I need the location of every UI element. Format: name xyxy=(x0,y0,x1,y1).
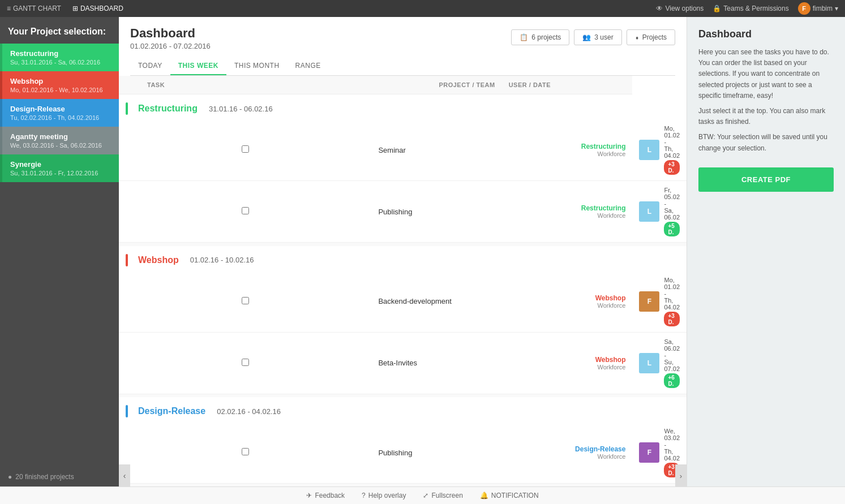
avatar: L xyxy=(639,353,659,373)
header-buttons: 📋 6 projects 👥 3 user ⬧ Projects xyxy=(511,29,675,45)
top-nav: ≡ GANTT CHART ⊞ DASHBOARD 👁 View options… xyxy=(0,0,845,17)
project-name: Design-Release xyxy=(509,445,626,453)
date-from: Sa, 06.02 - xyxy=(664,338,680,359)
right-panel: Dashboard Here you can see the tasks you… xyxy=(687,17,845,486)
tab-today[interactable]: TODAY xyxy=(130,57,170,75)
col-project: PROJECT / TEAM xyxy=(371,76,501,94)
date-from: Mo, 01.02 - xyxy=(664,125,680,145)
teams-permissions[interactable]: 🔒 Teams & Permissions xyxy=(713,5,788,12)
user-count-button[interactable]: 👥 3 user xyxy=(574,29,621,45)
page-date-range: 01.02.2016 - 07.02.2016 xyxy=(130,42,211,50)
user-date-content: L Fr, 05.02 - Sa, 06.02 +5 D. xyxy=(639,187,680,236)
right-panel-para-1: Here you can see the tasks you have to d… xyxy=(698,47,834,101)
task-checkbox-cell[interactable] xyxy=(119,181,371,243)
sidebar-item-design-release[interactable]: Design-Release Tu, 02.02.2016 - Th, 04.0… xyxy=(0,99,119,127)
projects-button[interactable]: ⬧ Projects xyxy=(627,29,675,45)
task-checkbox-cell[interactable] xyxy=(119,332,371,394)
right-panel-para-2: Just select it at the top. You can also … xyxy=(698,106,834,127)
create-pdf-button[interactable]: CREATE PDF xyxy=(698,167,834,192)
task-checkbox-cell[interactable] xyxy=(119,119,371,181)
fullscreen-icon: ⤢ xyxy=(423,492,428,499)
table-row: Publishing Design-Release Workforce F We… xyxy=(119,422,687,484)
sidebar-collapse-button[interactable]: ‹ xyxy=(119,464,130,486)
tab-this-week[interactable]: THIS WEEK xyxy=(170,57,226,75)
main-layout: Your Project selection: Restructuring Su… xyxy=(0,17,845,486)
date-badge: +5 D. xyxy=(664,222,680,236)
nav-dashboard[interactable]: ⊞ DASHBOARD xyxy=(72,5,123,12)
sidebar-item-date: Su, 31.01.2016 - Sa, 06.02.2016 xyxy=(10,59,111,66)
avatar-initial: F xyxy=(647,449,651,456)
task-checkbox-cell[interactable] xyxy=(119,271,371,333)
sidebar-item-agantty[interactable]: Agantty meeting We, 03.02.2016 - Sa, 06.… xyxy=(0,127,119,154)
task-name-cell: Publishing xyxy=(371,181,501,243)
date-block: Mo, 01.02 - Th, 04.02 +3 D. xyxy=(664,277,680,326)
date-from: Mo, 01.02 - xyxy=(664,277,680,297)
fullscreen-button[interactable]: ⤢ Fullscreen xyxy=(423,492,462,499)
avatar: L xyxy=(639,140,659,160)
project-group-title: Design-Release 02.02.16 - 04.02.16 xyxy=(126,405,625,417)
nav-gantt[interactable]: ≡ GANTT CHART xyxy=(7,5,61,12)
project-group-dates: 02.02.16 - 04.02.16 xyxy=(217,407,281,416)
help-icon: ? xyxy=(362,492,366,499)
date-block: Mo, 01.02 - Th, 04.02 +3 D. xyxy=(664,125,680,175)
avatar-initial: L xyxy=(647,146,651,154)
date-to: Sa, 06.02 xyxy=(664,207,680,221)
page-title: Dashboard xyxy=(130,26,211,41)
date-badge: +3 D. xyxy=(664,160,680,175)
task-checkbox-cell[interactable] xyxy=(119,422,371,484)
top-nav-left: ≡ GANTT CHART ⊞ DASHBOARD xyxy=(7,5,123,12)
notification-button[interactable]: 🔔 NOTIFICATION xyxy=(480,492,539,499)
task-checkbox[interactable] xyxy=(242,297,249,304)
projects-count-button[interactable]: 📋 6 projects xyxy=(511,29,569,45)
project-group-name: Restructuring xyxy=(138,104,198,114)
avatar: F xyxy=(639,291,659,312)
task-project-cell: Webshop Workforce xyxy=(502,271,633,333)
task-table-container: TASK PROJECT / TEAM USER / DATE Restruct… xyxy=(119,76,687,486)
task-table: TASK PROJECT / TEAM USER / DATE Restruct… xyxy=(119,76,687,486)
project-color-bar xyxy=(126,405,128,417)
date-to: Th, 04.02 xyxy=(664,448,680,462)
sidebar-item-synergie[interactable]: Synergie Su, 31.01.2016 - Fr, 12.02.2016 xyxy=(0,154,119,182)
avatar: L xyxy=(639,201,659,222)
task-table-body: Restructuring 31.01.16 - 06.02.16 Semina… xyxy=(119,94,687,487)
users-icon: 👥 xyxy=(582,33,591,41)
help-button[interactable]: ? Help overlay xyxy=(362,492,406,499)
sidebar-item-name: Webshop xyxy=(10,77,111,85)
project-name: Webshop xyxy=(509,356,626,364)
task-project-cell: Webshop Workforce xyxy=(502,332,633,394)
user-menu[interactable]: F fimbim ▾ xyxy=(798,2,838,15)
project-color-bar xyxy=(126,254,128,266)
table-row: Beta-Invites Webshop Workforce L Sa, 06.… xyxy=(119,332,687,394)
project-color-bar xyxy=(126,102,128,115)
date-to: Su, 07.02 xyxy=(664,359,680,372)
view-options[interactable]: 👁 View options xyxy=(656,5,704,12)
avatar-initial: L xyxy=(647,359,651,367)
task-name-cell: Seminar xyxy=(371,119,501,181)
task-checkbox[interactable] xyxy=(242,145,249,153)
task-checkbox[interactable] xyxy=(242,359,249,366)
sidebar: Your Project selection: Restructuring Su… xyxy=(0,17,119,486)
col-user: USER / DATE xyxy=(502,76,633,94)
task-name-cell: Backend-development xyxy=(371,271,501,333)
date-from: We, 03.02 - xyxy=(664,428,680,448)
task-name-cell: Beta-Invites xyxy=(371,332,501,394)
user-date-content: L Mo, 01.02 - Th, 04.02 +3 D. xyxy=(639,125,680,175)
tab-range[interactable]: RANGE xyxy=(288,57,329,75)
eye-icon: 👁 xyxy=(656,5,663,12)
task-checkbox[interactable] xyxy=(242,207,249,214)
right-panel-toggle-button[interactable]: › xyxy=(675,464,687,486)
sidebar-item-name: Synergie xyxy=(10,160,111,169)
sidebar-item-name: Agantty meeting xyxy=(10,132,111,141)
tab-this-month[interactable]: THIS MONTH xyxy=(226,57,288,75)
send-icon: ✈ xyxy=(306,492,312,499)
project-name: Webshop xyxy=(509,294,626,302)
team-name: Workforce xyxy=(509,453,626,460)
dashboard-icon: ⊞ xyxy=(72,5,78,12)
sidebar-item-restructuring[interactable]: Restructuring Su, 31.01.2016 - Sa, 06.02… xyxy=(0,44,119,71)
table-row: Seminar Restructuring Workforce L Mo, 01… xyxy=(119,119,687,181)
project-name: Restructuring xyxy=(509,204,626,212)
task-checkbox[interactable] xyxy=(242,448,249,455)
sidebar-item-webshop[interactable]: Webshop Mo, 01.02.2016 - We, 10.02.2016 xyxy=(0,71,119,99)
team-name: Workforce xyxy=(509,150,626,157)
feedback-button[interactable]: ✈ Feedback xyxy=(306,492,345,499)
